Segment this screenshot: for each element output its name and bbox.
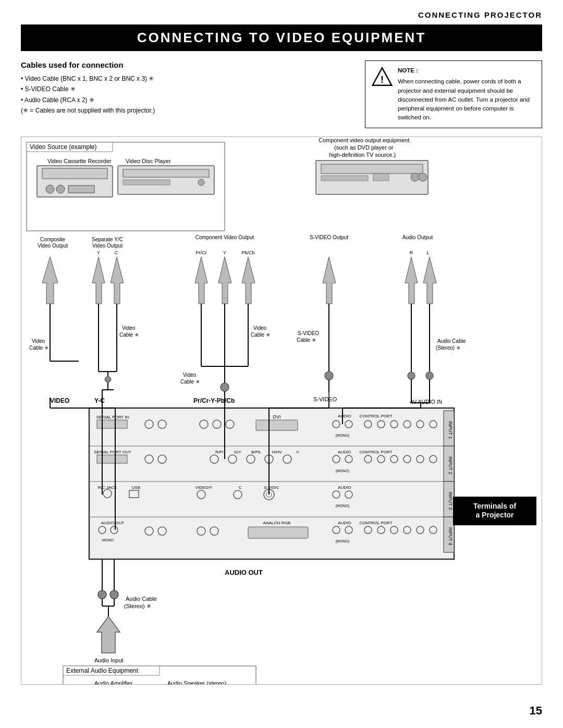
svg-point-23 <box>411 173 419 181</box>
svg-text:Separate Y/C: Separate Y/C <box>92 237 123 242</box>
svg-text:S-VIDEO: S-VIDEO <box>298 330 319 336</box>
svg-text:Audio Amplifier: Audio Amplifier <box>94 680 133 684</box>
svg-text:V: V <box>296 450 299 454</box>
svg-text:Video Source (example): Video Source (example) <box>30 143 97 151</box>
svg-text:Video Output: Video Output <box>92 243 123 249</box>
svg-marker-41 <box>111 257 124 304</box>
svg-text:(MONO): (MONO) <box>336 434 349 438</box>
svg-text:SERIAL PORT IN: SERIAL PORT IN <box>96 415 129 419</box>
svg-text:Y-C: Y-C <box>94 397 105 404</box>
svg-text:AV AUDIO IN: AV AUDIO IN <box>410 399 442 405</box>
svg-text:Y: Y <box>223 250 226 255</box>
svg-point-82 <box>426 372 433 379</box>
diagram-area: Video Source (example) Video Cassette Re… <box>21 137 542 685</box>
svg-rect-168 <box>248 527 308 538</box>
svg-text:Audio Input: Audio Input <box>94 657 124 663</box>
svg-text:(MONO): (MONO) <box>336 504 349 508</box>
svg-text:Pr/Cr: Pr/Cr <box>196 250 207 255</box>
svg-text:VIDEO: VIDEO <box>50 397 69 404</box>
svg-text:USB: USB <box>132 485 140 490</box>
svg-point-24 <box>419 173 427 181</box>
intro-section: Cables used for connection • Video Cable… <box>21 60 542 128</box>
svg-point-8 <box>46 185 54 193</box>
svg-text:Component video output equipme: Component video output equipment. <box>319 137 411 143</box>
svg-point-15 <box>198 179 204 186</box>
svg-rect-20 <box>321 164 423 174</box>
svg-text:INPUT 1: INPUT 1 <box>448 421 453 438</box>
svg-text:L: L <box>426 250 429 255</box>
note-box: ! NOTE : When connecting cable, power co… <box>372 66 535 122</box>
svg-text:Cable ✳: Cable ✳ <box>297 337 316 343</box>
svg-text:Pb/Cb: Pb/Cb <box>241 250 254 255</box>
svg-marker-47 <box>423 257 436 304</box>
svg-text:Video Cassette Recorder: Video Cassette Recorder <box>47 158 112 164</box>
svg-text:high-definition TV source.): high-definition TV source.) <box>329 152 396 158</box>
svg-text:Audio Speaker (stereo): Audio Speaker (stereo) <box>167 680 226 684</box>
svg-text:!: ! <box>381 74 384 85</box>
svg-rect-22 <box>373 174 389 181</box>
svg-text:MONO: MONO <box>102 538 114 542</box>
svg-text:Audio Output: Audio Output <box>402 235 433 240</box>
page-number: 15 <box>530 704 542 718</box>
svg-point-56 <box>105 376 111 382</box>
svg-text:(Stereo) ✳: (Stereo) ✳ <box>124 603 151 609</box>
svg-text:Video: Video <box>32 338 45 344</box>
svg-text:DVI: DVI <box>273 414 280 419</box>
svg-text:Video: Video <box>122 325 136 331</box>
svg-text:B/Pb: B/Pb <box>251 450 261 454</box>
svg-rect-14 <box>123 180 170 185</box>
cables-list: • Video Cable (BNC x 1, BNC x 2 or BNC x… <box>21 73 354 116</box>
svg-text:Cable ✳: Cable ✳ <box>29 345 48 351</box>
svg-text:C: C <box>115 250 118 255</box>
cable-item-2: • S-VIDEO Cable ✳ <box>21 84 354 94</box>
svg-text:G/Y: G/Y <box>234 450 241 454</box>
svg-point-81 <box>408 372 415 379</box>
svg-point-66 <box>221 383 229 391</box>
svg-text:R/Pr: R/Pr <box>215 450 224 454</box>
svg-text:Video: Video <box>183 372 197 378</box>
svg-text:S-VID/C: S-VID/C <box>264 485 279 490</box>
svg-marker-40 <box>92 257 105 304</box>
svg-text:CONTROL PORT: CONTROL PORT <box>359 521 392 525</box>
svg-text:Audio Cable: Audio Cable <box>126 596 157 602</box>
note-text: When connecting cable, power cords of bo… <box>398 77 535 122</box>
svg-text:C: C <box>239 485 242 490</box>
svg-point-9 <box>56 185 65 193</box>
svg-marker-42 <box>195 257 207 304</box>
svg-text:Video: Video <box>253 325 267 331</box>
svg-text:AUDIO: AUDIO <box>338 485 351 490</box>
main-title: CONNECTING TO VIDEO EQUIPMENT <box>21 24 542 51</box>
svg-text:Terminals of: Terminals of <box>473 502 517 510</box>
svg-text:(MONO): (MONO) <box>336 539 349 544</box>
svg-text:Cable ✳: Cable ✳ <box>251 332 270 338</box>
cables-title: Cables used for connection <box>21 60 354 69</box>
svg-text:Video Output: Video Output <box>38 243 68 249</box>
cable-item-4: (✳ = Cables are not supplied with this p… <box>21 105 354 116</box>
cable-item-1: • Video Cable (BNC x 1, BNC x 2 or BNC x… <box>21 73 354 84</box>
cables-section: Cables used for connection • Video Cable… <box>21 60 354 128</box>
svg-text:a Projector: a Projector <box>475 511 514 519</box>
note-section: ! NOTE : When connecting cable, power co… <box>365 60 542 128</box>
svg-text:External Audio Equipment: External Audio Equipment <box>66 667 139 674</box>
note-content: NOTE : When connecting cable, power cord… <box>398 66 535 122</box>
svg-rect-7 <box>42 168 107 179</box>
page-header: CONNECTING PROJECTOR <box>21 10 542 19</box>
svg-text:S-VIDEO Output: S-VIDEO Output <box>310 235 348 240</box>
svg-text:Y: Y <box>97 250 100 255</box>
svg-text:Cable ✳: Cable ✳ <box>180 379 200 385</box>
svg-rect-97 <box>97 420 127 428</box>
svg-rect-95 <box>256 420 298 430</box>
svg-text:AUDIO OUT: AUDIO OUT <box>101 521 125 525</box>
svg-text:SERIAL PORT OUT: SERIAL PORT OUT <box>94 450 131 454</box>
svg-text:H/HV: H/HV <box>272 450 282 454</box>
svg-point-73 <box>325 372 333 380</box>
warning-icon: ! <box>372 66 393 88</box>
svg-text:CONTROL PORT: CONTROL PORT <box>359 414 392 418</box>
svg-rect-10 <box>68 186 94 193</box>
svg-text:Video Disc Player: Video Disc Player <box>126 158 171 164</box>
svg-text:Cable ✳: Cable ✳ <box>119 332 139 338</box>
note-title: NOTE : <box>398 66 535 75</box>
svg-text:INPUT 3: INPUT 3 <box>448 491 453 509</box>
svg-point-205 <box>98 590 106 599</box>
svg-marker-44 <box>242 257 255 304</box>
